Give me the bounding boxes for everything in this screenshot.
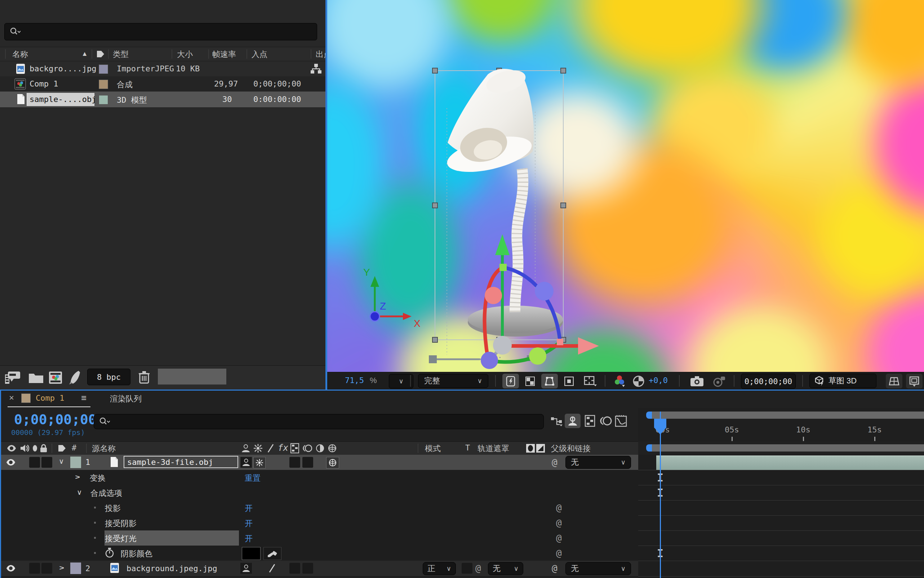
current-timecode[interactable]: 0;00;00;00: [14, 411, 97, 427]
bpc-button[interactable]: 8 bpc: [87, 369, 130, 385]
tab-menu-icon[interactable]: ≡: [81, 393, 86, 404]
new-folder-icon[interactable]: [28, 372, 44, 384]
item-label-swatch[interactable]: [99, 65, 108, 74]
solo-switch[interactable]: [41, 457, 52, 468]
navigator-start-handle[interactable]: [646, 411, 652, 419]
layer-name[interactable]: background.jpeg.jpg: [127, 564, 217, 573]
layer-color-swatch[interactable]: [70, 562, 81, 574]
tab-comp1[interactable]: Comp 1: [36, 393, 64, 403]
twirl-closed-icon[interactable]: ∨: [57, 565, 66, 571]
expression-pickwhip-icon[interactable]: @: [556, 533, 562, 544]
parent-dropdown[interactable]: 无∨: [565, 456, 631, 469]
work-area-bar[interactable]: [651, 444, 924, 451]
layer-row-1[interactable]: ∨ 1 sample-3d-file.obj @ 无∨: [1, 455, 638, 470]
twirl-open-icon[interactable]: ∨: [59, 457, 64, 466]
prop-label[interactable]: 投影: [105, 503, 121, 514]
column-type[interactable]: 类型: [113, 49, 129, 60]
quality-switch[interactable]: [266, 563, 278, 574]
preserve-transparency-switch[interactable]: [462, 563, 473, 574]
threed-switch[interactable]: [326, 457, 339, 468]
prop-label[interactable]: 阴影颜色: [121, 549, 153, 559]
tab-render-queue[interactable]: 渲染队列: [110, 393, 141, 404]
zoom-level[interactable]: 71,5: [345, 376, 364, 385]
parent-link-column[interactable]: 父级和链接: [551, 443, 591, 454]
column-size[interactable]: 大小: [177, 49, 193, 60]
zoom-dropdown[interactable]: ∨: [389, 374, 413, 388]
label-column-icon[interactable]: [96, 50, 105, 58]
twirl-open-icon[interactable]: ∨: [77, 488, 82, 497]
motion-blur-switch[interactable]: [302, 563, 313, 574]
mask-visibility-button[interactable]: [561, 374, 577, 388]
parent-pickwhip-icon[interactable]: @: [552, 563, 557, 574]
timeline-search-input[interactable]: [94, 414, 544, 429]
prop-row-accept-shadow[interactable]: 接受阴影 开 @: [1, 515, 638, 531]
layer-color-swatch[interactable]: [70, 456, 81, 468]
project-settings-icon[interactable]: [68, 370, 82, 385]
prop-row-cast-shadow[interactable]: 投影 开 @: [1, 500, 638, 516]
column-fps[interactable]: 帧速率: [212, 49, 236, 60]
twirl-closed-icon[interactable]: ∨: [73, 474, 81, 480]
toggle-on-link[interactable]: 开: [245, 533, 253, 544]
column-outpoint[interactable]: 出点: [316, 49, 325, 60]
item-label-swatch[interactable]: [99, 95, 108, 104]
parent-dropdown[interactable]: 无∨: [565, 562, 631, 575]
project-row-comp1[interactable]: Comp 1 合成 29,97 0;00;00;00: [0, 76, 325, 92]
frame-blending-toggle[interactable]: [583, 414, 597, 427]
view-layout-button[interactable]: [580, 374, 600, 388]
prop-row-transform[interactable]: ∨ 变换 重置: [1, 470, 638, 485]
fast-preview-button[interactable]: [502, 374, 519, 388]
mode-column[interactable]: 模式: [425, 443, 441, 454]
prop-label[interactable]: 接受阴影: [105, 518, 136, 529]
snapshot-camera-icon[interactable]: [688, 374, 706, 388]
region-of-interest-button[interactable]: [541, 374, 558, 388]
eye-icon[interactable]: [5, 458, 16, 467]
prop-row-comp-options[interactable]: ∨ 合成选项: [1, 485, 638, 500]
work-area-start-handle[interactable]: [646, 444, 652, 451]
viewer-timecode[interactable]: 0;00;00;00: [741, 374, 796, 389]
usage-flowchart-icon[interactable]: [310, 63, 322, 75]
composition-flowchart-icon[interactable]: [550, 415, 564, 427]
expression-pickwhip-icon[interactable]: @: [556, 502, 562, 513]
sort-ascending-icon[interactable]: ▲: [81, 50, 88, 58]
shy-switch[interactable]: [240, 457, 252, 468]
shy-switch[interactable]: [240, 563, 252, 574]
time-navigator-bar[interactable]: [651, 411, 924, 419]
new-composition-icon[interactable]: [48, 371, 63, 385]
exposure-value[interactable]: +0,0: [649, 376, 668, 385]
layer1-duration-bar[interactable]: [656, 456, 924, 470]
stopwatch-icon[interactable]: [105, 547, 114, 558]
show-snapshot-icon[interactable]: [710, 374, 729, 388]
expression-pickwhip-icon[interactable]: @: [556, 548, 562, 559]
column-name[interactable]: 名称: [12, 49, 28, 60]
reset-link[interactable]: 重置: [245, 473, 261, 484]
project-search-input[interactable]: [4, 23, 317, 41]
track-matte-dropdown[interactable]: 无∨: [488, 562, 523, 575]
exposure-icon[interactable]: [631, 374, 646, 388]
item-label-swatch[interactable]: [99, 80, 108, 89]
solo-switch[interactable]: [41, 563, 52, 574]
interpret-footage-icon[interactable]: [4, 371, 21, 385]
prop-row-accept-lights[interactable]: 接受灯光 开 @: [1, 531, 638, 546]
column-inpoint[interactable]: 入点: [252, 49, 267, 60]
trackmatte-pickwhip-icon[interactable]: @: [475, 563, 481, 574]
audio-switch[interactable]: [29, 563, 40, 574]
shy-layers-toggle[interactable]: [565, 414, 581, 428]
layer-name-edit-box[interactable]: sample-3d-file.obj: [123, 456, 238, 468]
toggle-on-link[interactable]: 开: [245, 518, 253, 529]
expression-pickwhip-icon[interactable]: @: [556, 518, 562, 528]
audio-switch[interactable]: [29, 457, 40, 468]
frame-blend-switch[interactable]: [289, 563, 300, 574]
motion-blur-switch[interactable]: [302, 457, 313, 468]
playhead-line[interactable]: [660, 411, 661, 578]
grid-guides-button[interactable]: [886, 374, 902, 388]
t-column[interactable]: T: [465, 443, 470, 452]
layer-row-2[interactable]: ∨ 2 background.jpeg.jpg 正∨ @ 无∨ @: [1, 561, 638, 576]
shadow-color-swatch[interactable]: [242, 547, 261, 560]
prop-row-shadow-color[interactable]: 阴影颜色 @: [1, 546, 638, 561]
project-row-sample-obj[interactable]: sample-....obj 3D 模型 30 0:00:00:00: [0, 91, 325, 108]
prop-label[interactable]: 合成选项: [91, 488, 122, 499]
parent-pickwhip-icon[interactable]: @: [552, 457, 557, 468]
graph-editor-toggle[interactable]: [614, 414, 628, 427]
source-name-column[interactable]: 源名称: [92, 443, 116, 454]
resolution-dropdown[interactable]: 完整∨: [418, 374, 488, 388]
